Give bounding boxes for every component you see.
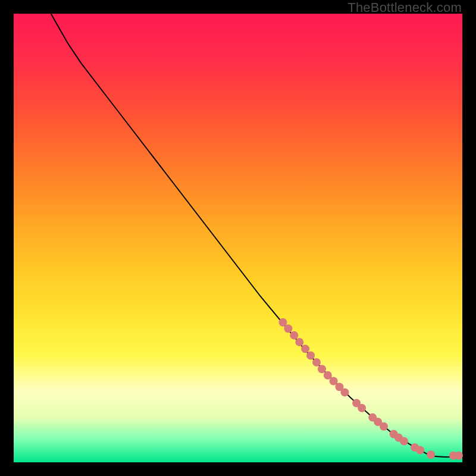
data-point (306, 352, 315, 360)
data-point (312, 358, 321, 367)
data-point (358, 404, 366, 412)
data-point (290, 331, 298, 340)
data-point (341, 388, 349, 396)
data-point (427, 450, 435, 459)
data-point (284, 324, 292, 333)
chart-overlay (14, 14, 462, 462)
data-point (400, 437, 408, 446)
data-point (455, 452, 463, 460)
bottleneck-curve (51, 14, 459, 457)
data-point-markers (278, 318, 463, 460)
curve-path (51, 14, 459, 457)
chart-frame: TheBottleneck.com (0, 0, 476, 476)
data-point (380, 422, 388, 431)
data-point (318, 365, 326, 373)
data-point (295, 338, 303, 346)
data-point (416, 446, 424, 455)
data-point (301, 345, 309, 353)
